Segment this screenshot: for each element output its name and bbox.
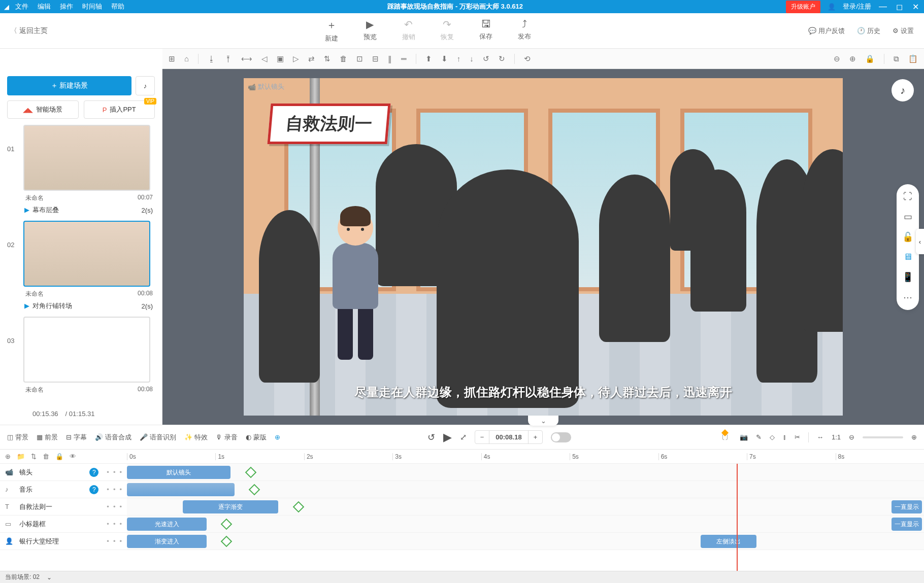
snap-toggle[interactable] bbox=[551, 432, 571, 442]
zoom-in-icon[interactable]: ⊕ bbox=[849, 54, 856, 63]
foreground-button[interactable]: ▦前景 bbox=[37, 433, 58, 442]
track-lane[interactable]: 渐变进入 左侧淡出 bbox=[127, 533, 924, 550]
collapse-timeline-handle[interactable]: ⌄ bbox=[528, 416, 558, 426]
edit-tool-icon[interactable]: ✎ bbox=[756, 433, 762, 441]
filter-tool-icon[interactable]: ⫿ bbox=[783, 433, 786, 441]
menu-edit[interactable]: 编辑 bbox=[38, 2, 51, 11]
time-plus-button[interactable]: + bbox=[528, 431, 543, 443]
minimize-button[interactable]: — bbox=[878, 2, 887, 11]
music-float-button[interactable]: ♪ bbox=[892, 79, 914, 101]
unlock-icon[interactable]: 🔓 bbox=[902, 231, 913, 243]
new-button[interactable]: ＋新建 bbox=[325, 18, 338, 43]
more-tools-icon[interactable]: ⊕ bbox=[275, 433, 280, 441]
magnet-icon[interactable]: ⊞ bbox=[169, 54, 175, 63]
feedback-button[interactable]: 💬用户反馈 bbox=[808, 26, 845, 36]
zoom-out-icon[interactable]: ⊖ bbox=[834, 54, 840, 63]
scene-thumbnail[interactable] bbox=[23, 125, 150, 191]
scene-audio-button[interactable]: ♪ bbox=[136, 76, 155, 95]
align-left-icon[interactable]: ◁ bbox=[261, 54, 268, 63]
help-icon[interactable]: ? bbox=[89, 468, 98, 477]
cut-tool-icon[interactable]: ✂ bbox=[795, 433, 800, 441]
layer-down-icon[interactable]: ↓ bbox=[470, 54, 474, 63]
marker-icon[interactable]: 〔〕 bbox=[718, 433, 732, 442]
add-keyframe-icon[interactable] bbox=[249, 484, 260, 496]
play-transition-icon[interactable]: ▶ bbox=[24, 302, 29, 310]
redo-button[interactable]: ↷恢复 bbox=[441, 18, 454, 43]
align-top-icon[interactable]: ⭱ bbox=[224, 54, 232, 63]
subtitle-button[interactable]: ⊟字幕 bbox=[66, 433, 87, 442]
track-lane[interactable]: 逐字渐变 一直显示 bbox=[127, 498, 924, 515]
upgrade-button[interactable]: 升级账户 bbox=[786, 1, 820, 13]
add-track-icon[interactable]: ⊕ bbox=[5, 453, 11, 460]
align-bottom-icon[interactable]: ⭳ bbox=[208, 54, 215, 63]
settings-button[interactable]: ⚙设置 bbox=[893, 26, 914, 36]
dist-h-icon[interactable]: ‖ bbox=[388, 54, 392, 63]
stage[interactable]: 自救法则一 尽量走在人群边缘，抓住路灯杆以稳住身体，待人群过去后，迅速离开 📹 … bbox=[244, 78, 843, 416]
paste-icon[interactable]: 📋 bbox=[908, 54, 918, 63]
title-sign[interactable]: 自救法则一 bbox=[268, 104, 391, 144]
asr-button[interactable]: 🎤语音识别 bbox=[140, 433, 176, 442]
subtitle-text[interactable]: 尽量走在人群边缘，抓住路灯杆以稳住身体，待人群过去后，迅速离开 bbox=[354, 384, 732, 400]
clip[interactable]: 默认镜头 bbox=[127, 466, 230, 479]
delete-track-icon[interactable]: 🗑 bbox=[43, 453, 49, 460]
copy-icon[interactable]: ⧉ bbox=[894, 54, 899, 63]
login-link[interactable]: 登录/注册 bbox=[843, 2, 871, 11]
play-transition-icon[interactable]: ▶ bbox=[24, 206, 29, 214]
scene-item[interactable]: 01 未命名00:07 ▶幕布层叠2(s) bbox=[7, 125, 155, 217]
desktop-view-icon[interactable]: 🖥 bbox=[903, 252, 912, 262]
playhead[interactable] bbox=[737, 464, 738, 571]
track-lane[interactable]: 光速进入 一直显示 bbox=[127, 516, 924, 532]
fit-width-icon[interactable]: ↔ bbox=[817, 433, 823, 441]
maximize-button[interactable]: ◻ bbox=[895, 2, 904, 12]
flip-h-icon[interactable]: ⇄ bbox=[308, 54, 315, 63]
menu-file[interactable]: 文件 bbox=[15, 2, 28, 11]
clip[interactable]: 逐字渐变 bbox=[183, 500, 278, 513]
delete-icon[interactable]: 🗑 bbox=[340, 54, 347, 63]
visibility-icon[interactable]: 👁 bbox=[70, 453, 76, 460]
fit-icon[interactable]: ▭ bbox=[904, 211, 912, 222]
mask-button[interactable]: ◐蒙版 bbox=[246, 433, 267, 442]
back-home-button[interactable]: 〈 返回主页 bbox=[10, 26, 48, 36]
fullscreen-icon[interactable]: ⛶ bbox=[903, 191, 912, 202]
rotate-left-icon[interactable]: ↺ bbox=[483, 54, 489, 63]
add-keyframe-icon[interactable] bbox=[221, 536, 233, 547]
add-keyframe-icon[interactable] bbox=[292, 501, 304, 513]
zoom-slider[interactable] bbox=[863, 436, 903, 438]
add-keyframe-icon[interactable] bbox=[221, 519, 233, 530]
group-icon[interactable]: ⊡ bbox=[356, 54, 363, 63]
background-button[interactable]: ◫背景 bbox=[7, 433, 28, 442]
layer-front-icon[interactable]: ⬆ bbox=[425, 54, 432, 63]
preview-button[interactable]: ▶预览 bbox=[364, 18, 377, 43]
scene-item[interactable]: 02 未命名00:08 ▶对角行铺转场2(s) bbox=[7, 221, 155, 313]
clip[interactable]: 渐变进入 bbox=[127, 535, 207, 548]
align-hcenter-icon[interactable]: ▣ bbox=[277, 54, 284, 63]
layer-up-icon[interactable]: ↑ bbox=[457, 54, 461, 63]
help-icon[interactable]: ? bbox=[89, 485, 98, 494]
expand-icon[interactable]: ⤢ bbox=[460, 432, 467, 442]
track-lane[interactable] bbox=[127, 481, 924, 498]
new-scene-button[interactable]: ＋ 新建场景 bbox=[7, 76, 131, 95]
home-icon[interactable]: ⌂ bbox=[184, 54, 189, 63]
scene-thumbnail[interactable] bbox=[23, 317, 150, 383]
zoom-out-tl-icon[interactable]: ⊖ bbox=[849, 433, 854, 441]
flip-v-icon[interactable]: ⇅ bbox=[324, 54, 331, 63]
lock-icon[interactable]: 🔒 bbox=[865, 54, 875, 63]
mobile-view-icon[interactable]: 📱 bbox=[902, 271, 913, 283]
clip[interactable]: 一直显示 bbox=[892, 518, 922, 531]
replace-icon[interactable]: ⟲ bbox=[524, 54, 531, 63]
scene-thumbnail[interactable] bbox=[23, 221, 150, 287]
menu-action[interactable]: 操作 bbox=[60, 2, 73, 11]
one-to-one-icon[interactable]: 1:1 bbox=[832, 433, 841, 441]
sort-icon[interactable]: ⇅ bbox=[31, 453, 37, 460]
expand-right-panel[interactable]: ‹ bbox=[916, 229, 924, 254]
audio-clip[interactable] bbox=[127, 483, 235, 496]
clip[interactable]: 一直显示 bbox=[892, 500, 922, 513]
tts-button[interactable]: 🔊语音合成 bbox=[95, 433, 131, 442]
clip[interactable]: 光速进入 bbox=[127, 518, 207, 531]
effects-button[interactable]: ✨特效 bbox=[184, 433, 208, 442]
rewind-icon[interactable]: ↺ bbox=[427, 432, 435, 443]
ungroup-icon[interactable]: ⊟ bbox=[372, 54, 379, 63]
align-vcenter-icon[interactable]: ⟷ bbox=[241, 54, 252, 63]
align-right-icon[interactable]: ▷ bbox=[293, 54, 299, 63]
clip[interactable]: 左侧淡出 bbox=[701, 535, 756, 548]
